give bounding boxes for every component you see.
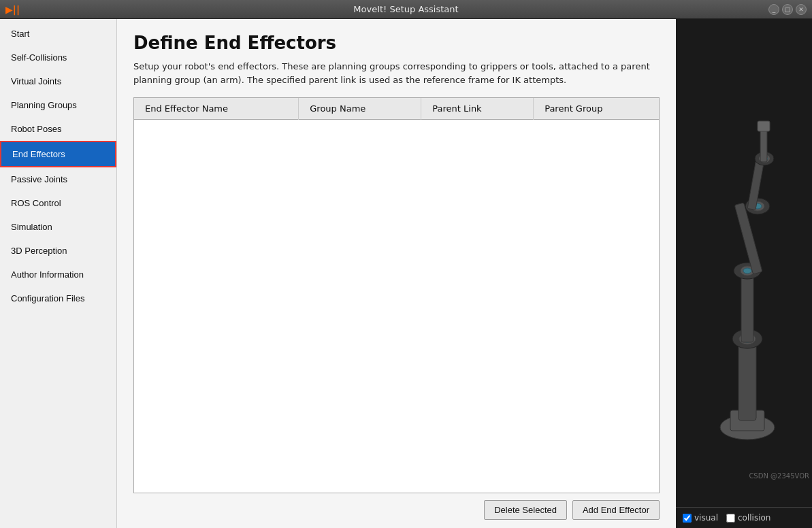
sidebar-item-passive-joints[interactable]: Passive Joints — [0, 167, 116, 191]
collision-checkbox-group[interactable]: collision — [726, 513, 770, 523]
robot-svg — [689, 26, 805, 475]
add-end-effector-button[interactable]: Add End Effector — [572, 500, 660, 520]
col-parent-group: Parent Group — [534, 98, 659, 120]
viewer-controls: visual collision — [676, 507, 812, 528]
svg-rect-19 — [760, 128, 767, 162]
sidebar-item-start[interactable]: Start — [0, 22, 116, 46]
minimize-button[interactable]: _ — [768, 4, 779, 15]
maximize-button[interactable]: □ — [782, 4, 793, 15]
close-button[interactable]: ✕ — [796, 4, 807, 15]
watermark: CSDN @2345VOR — [749, 472, 809, 480]
main-content: Define End Effectors Setup your robot's … — [117, 19, 676, 528]
window-title: MoveIt! Setup Assistant — [353, 4, 458, 14]
collision-label: collision — [738, 513, 770, 523]
app-logo: ▶|| — [5, 4, 20, 15]
svg-rect-20 — [758, 121, 770, 131]
col-parent-link: Parent Link — [421, 98, 534, 120]
title-bar-left: ▶|| — [5, 4, 20, 15]
delete-selected-button[interactable]: Delete Selected — [484, 500, 567, 520]
collision-checkbox[interactable] — [726, 514, 735, 523]
col-group-name: Group Name — [299, 98, 421, 120]
sidebar-item-planning-groups[interactable]: Planning Groups — [0, 93, 116, 117]
table-header-row: End Effector Name Group Name Parent Link… — [134, 98, 659, 120]
title-bar: ▶|| MoveIt! Setup Assistant _ □ ✕ — [0, 0, 812, 19]
viewer-panel: CSDN @2345VOR visual collision — [676, 19, 812, 528]
col-end-effector-name: End Effector Name — [134, 98, 299, 120]
bottom-bar: Delete Selected Add End Effector — [133, 493, 660, 520]
sidebar-item-virtual-joints[interactable]: Virtual Joints — [0, 69, 116, 93]
robot-3d-viewer: CSDN @2345VOR — [676, 19, 812, 507]
sidebar-item-configuration-files[interactable]: Configuration Files — [0, 286, 116, 310]
visual-checkbox[interactable] — [683, 514, 692, 523]
page-description: Setup your robot's end effectors. These … — [133, 60, 651, 86]
svg-point-10 — [743, 268, 751, 274]
sidebar-item-simulation[interactable]: Simulation — [0, 215, 116, 239]
sidebar-item-end-effectors[interactable]: End Effectors — [0, 141, 116, 167]
page-title: Define End Effectors — [133, 33, 660, 53]
visual-label: visual — [694, 513, 718, 523]
visual-checkbox-group[interactable]: visual — [683, 513, 718, 523]
sidebar-item-self-collisions[interactable]: Self-Collisions — [0, 46, 116, 69]
window-controls[interactable]: _ □ ✕ — [768, 4, 807, 15]
sidebar: Start Self-Collisions Virtual Joints Pla… — [0, 19, 117, 528]
end-effectors-table: End Effector Name Group Name Parent Link… — [133, 97, 660, 493]
svg-rect-3 — [738, 339, 756, 420]
sidebar-item-robot-poses[interactable]: Robot Poses — [0, 117, 116, 141]
sidebar-item-author-information[interactable]: Author Information — [0, 263, 116, 286]
svg-rect-7 — [741, 271, 753, 342]
sidebar-item-3d-perception[interactable]: 3D Perception — [0, 239, 116, 263]
sidebar-item-ros-control[interactable]: ROS Control — [0, 191, 116, 215]
